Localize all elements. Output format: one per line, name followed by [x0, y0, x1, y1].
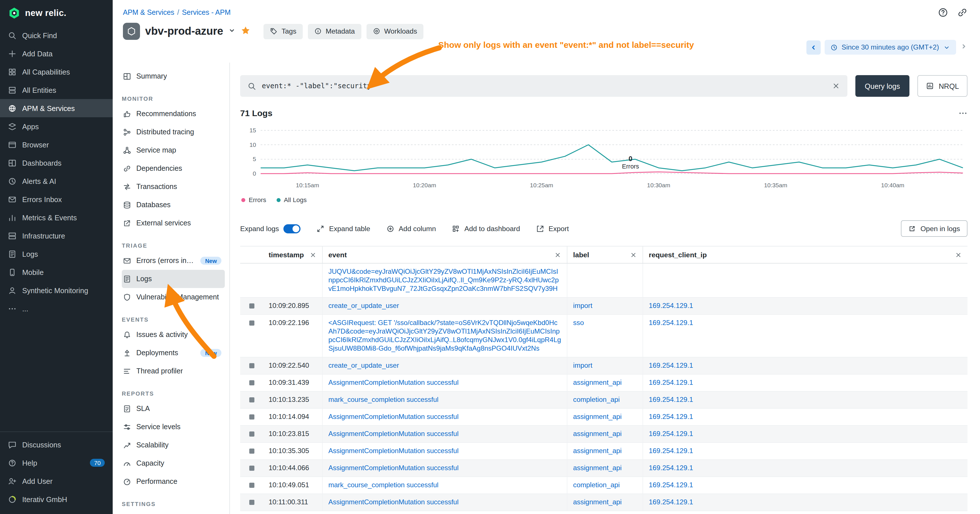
entity-nav-item-databases[interactable]: Databases	[122, 196, 225, 214]
entity-nav-item-sla[interactable]: SLA	[122, 399, 225, 418]
label-link[interactable]: assignment_api	[573, 498, 622, 506]
sidebar-item-logs[interactable]: Logs	[0, 245, 113, 263]
event-link[interactable]: AssignmentCompletionMutation successful	[328, 447, 459, 455]
sidebar-item-quick-find[interactable]: Quick Find	[0, 26, 113, 45]
timestamp-column-header[interactable]: timestamp	[263, 247, 322, 263]
label-link[interactable]: assignment_api	[573, 447, 622, 455]
ellipsis-icon[interactable]	[958, 108, 967, 118]
row-checkbox[interactable]	[249, 466, 254, 471]
help-icon[interactable]	[938, 7, 948, 18]
query-logs-button[interactable]: Query logs	[855, 75, 910, 97]
label-link[interactable]: completion_api	[573, 481, 620, 489]
query-input[interactable]	[262, 82, 826, 90]
remove-column-icon[interactable]	[310, 251, 317, 258]
event-link[interactable]: mark_course_completion successful	[328, 396, 439, 404]
event-column-header[interactable]: event	[322, 247, 567, 263]
event-link[interactable]: create_or_update_user	[328, 361, 399, 369]
ip-link[interactable]: 169.254.129.1	[649, 396, 693, 404]
event-link[interactable]: AssignmentCompletionMutation successful	[328, 464, 459, 472]
time-forward-icon[interactable]	[960, 42, 967, 53]
open-in-logs-button[interactable]: Open in logs	[901, 220, 967, 237]
event-link[interactable]: AssignmentCompletionMutation successful	[328, 379, 459, 387]
sidebar-item-dashboards[interactable]: Dashboards	[0, 154, 113, 172]
log-row[interactable]: 10:10:23.815AssignmentCompletionMutation…	[240, 426, 967, 443]
remove-column-icon[interactable]	[630, 251, 637, 258]
legend-all-logs[interactable]: All Logs	[277, 196, 307, 203]
label-link[interactable]: assignment_api	[573, 464, 622, 472]
entity-nav-item-dependencies[interactable]: Dependencies	[122, 159, 225, 178]
log-row[interactable]: 10:10:44.066AssignmentCompletionMutation…	[240, 460, 967, 477]
ip-link[interactable]: 169.254.129.1	[649, 302, 693, 310]
expand-table-button[interactable]: Expand table	[317, 224, 370, 232]
legend-errors[interactable]: Errors	[241, 196, 266, 203]
entity-nav-item-performance[interactable]: Performance	[122, 473, 225, 491]
sidebar-item-errors-inbox[interactable]: Errors Inbox	[0, 190, 113, 208]
label-link[interactable]: assignment_api	[573, 430, 622, 438]
log-row[interactable]: JUQVU&code=eyJraWQiOiJjcGltY29yZV8wOTl1M…	[240, 264, 967, 298]
sidebar-item-apps[interactable]: Apps	[0, 117, 113, 135]
log-row[interactable]: 10:10:49.051mark_course_completion succe…	[240, 477, 967, 494]
sidebar-item-infrastructure[interactable]: Infrastructure	[0, 226, 113, 245]
breadcrumb-services-apm[interactable]: Services - APM	[182, 8, 231, 16]
row-checkbox[interactable]	[249, 303, 254, 309]
remove-column-icon[interactable]	[955, 251, 962, 258]
entity-nav-item-external-services[interactable]: External services	[122, 214, 225, 232]
sidebar-item-metrics-events[interactable]: Metrics & Events	[0, 208, 113, 226]
entity-nav-item-scalability[interactable]: Scalability	[122, 436, 225, 454]
logs-timeline-chart[interactable]: 05101510:15am10:20am10:25am10:30am10:35a…	[240, 123, 967, 191]
sidebar-item-add-data[interactable]: Add Data	[0, 45, 113, 63]
entity-nav-item-errors-errors-inb[interactable]: Errors (errors inb...New	[122, 251, 225, 270]
row-checkbox[interactable]	[249, 449, 254, 454]
entity-nav-item-transactions[interactable]: Transactions	[122, 178, 225, 196]
breadcrumb-apm-services[interactable]: APM & Services	[123, 8, 175, 16]
event-link[interactable]: JUQVU&code=eyJraWQiOiJjcGltY29yZV8wOTl1M…	[328, 267, 559, 293]
workloads-button[interactable]: Workloads	[366, 24, 423, 39]
event-link[interactable]: create_or_update_user	[328, 302, 399, 310]
log-row[interactable]: 10:11:00.311AssignmentCompletionMutation…	[240, 494, 967, 511]
ip-link[interactable]: 169.254.129.1	[649, 379, 693, 387]
sidebar-item-add-user[interactable]: Add User	[0, 472, 113, 490]
log-row[interactable]: 10:09:31.439AssignmentCompletionMutation…	[240, 374, 967, 391]
ip-link[interactable]: 169.254.129.1	[649, 430, 693, 438]
row-checkbox[interactable]	[249, 380, 254, 385]
ip-link[interactable]: 169.254.129.1	[649, 481, 693, 489]
event-link[interactable]: AssignmentCompletionMutation successful	[328, 430, 459, 438]
row-checkbox[interactable]	[249, 414, 254, 420]
entity-nav-item-recommendations[interactable]: Recommendations	[122, 105, 225, 123]
tags-button[interactable]: Tags	[264, 24, 303, 39]
ip-link[interactable]: 169.254.129.1	[649, 447, 693, 455]
log-row[interactable]: 10:09:20.895create_or_update_userimport1…	[240, 298, 967, 315]
request-client-ip-column-header[interactable]: request_client_ip	[643, 247, 967, 263]
label-link[interactable]: assignment_api	[573, 413, 622, 421]
remove-column-icon[interactable]	[554, 251, 561, 258]
sidebar-item-apm-services[interactable]: APM & Services	[0, 99, 113, 117]
row-checkbox[interactable]	[249, 431, 254, 437]
entity-nav-item-deployments[interactable]: DeploymentsNew	[122, 344, 225, 362]
log-query-box[interactable]	[240, 75, 847, 97]
label-column-header[interactable]: label	[567, 247, 643, 263]
sidebar-item-all-capabilities[interactable]: All Capabilities	[0, 63, 113, 81]
ip-link[interactable]: 169.254.129.1	[649, 319, 693, 327]
metadata-button[interactable]: Metadata	[308, 24, 361, 39]
favorite-star-icon[interactable]	[241, 25, 251, 37]
label-link[interactable]: import	[573, 302, 592, 310]
add-column-button[interactable]: Add column	[386, 224, 436, 232]
row-checkbox[interactable]	[249, 397, 254, 403]
event-link[interactable]: AssignmentCompletionMutation successful	[328, 413, 459, 421]
add-to-dashboard-button[interactable]: Add to dashboard	[452, 224, 520, 232]
event-link[interactable]: mark_course_completion successful	[328, 481, 439, 489]
label-link[interactable]: import	[573, 361, 592, 369]
sidebar-item-synthetic-monitoring[interactable]: Synthetic Monitoring	[0, 281, 113, 299]
event-link[interactable]: AssignmentCompletionMutation successful	[328, 498, 459, 506]
entity-nav-item-summary[interactable]: Summary	[122, 67, 225, 85]
time-range-button[interactable]: Since 30 minutes ago (GMT+2)	[825, 40, 956, 55]
permalink-icon[interactable]	[957, 7, 967, 18]
entity-nav-item-issues-activity[interactable]: Issues & activity	[122, 326, 225, 344]
entity-nav-item-thread-profiler[interactable]: Thread profiler	[122, 362, 225, 380]
label-link[interactable]: completion_api	[573, 396, 620, 404]
label-link[interactable]: sso	[573, 319, 584, 327]
log-row[interactable]: 10:09:22.540create_or_update_userimport1…	[240, 358, 967, 374]
sidebar-item-iterativ-gmbh[interactable]: Iterativ GmbH	[0, 490, 113, 508]
row-checkbox[interactable]	[249, 483, 254, 488]
sidebar-item-alerts-ai[interactable]: Alerts & AI	[0, 172, 113, 190]
